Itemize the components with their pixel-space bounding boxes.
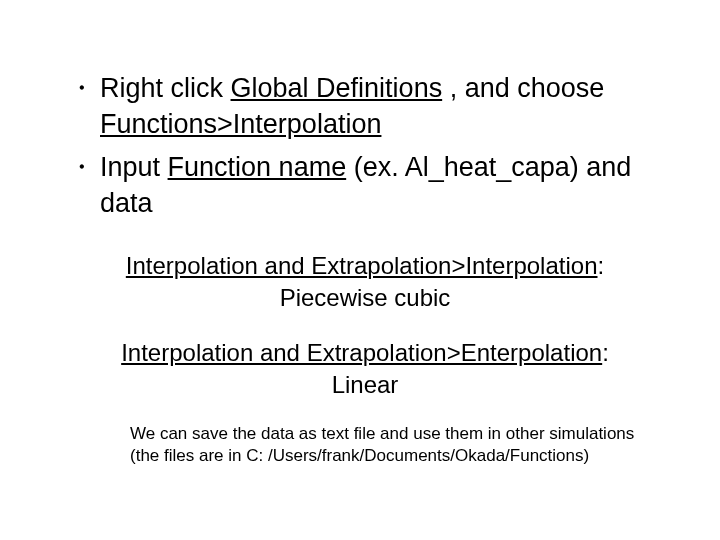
note-line-1: We can save the data as text file and us…: [130, 424, 634, 443]
bullet-list: Right click Global Definitions , and cho…: [60, 70, 670, 222]
colon: :: [602, 339, 609, 366]
setting-value: Linear: [332, 371, 399, 398]
setting-extrapolation: Interpolation and Extrapolation>Enterpol…: [60, 337, 670, 402]
text: Right click: [100, 73, 231, 103]
note-line-2: (the files are in C: /Users/frank/Docume…: [130, 446, 589, 465]
setting-interpolation: Interpolation and Extrapolation>Interpol…: [60, 250, 670, 315]
underline-extrap-path: Interpolation and Extrapolation>Enterpol…: [121, 339, 602, 366]
setting-value: Piecewise cubic: [280, 284, 451, 311]
underline-global-definitions: Global Definitions: [231, 73, 443, 103]
underline-functions-interpolation: Functions>Interpolation: [100, 109, 381, 139]
text: , and choose: [442, 73, 604, 103]
bullet-1: Right click Global Definitions , and cho…: [60, 70, 670, 143]
slide: Right click Global Definitions , and cho…: [0, 0, 720, 540]
underline-function-name: Function name: [168, 152, 347, 182]
colon: :: [598, 252, 605, 279]
text: Input: [100, 152, 168, 182]
footnote: We can save the data as text file and us…: [130, 423, 640, 466]
underline-interp-path: Interpolation and Extrapolation>Interpol…: [126, 252, 598, 279]
bullet-2: Input Function name (ex. Al_heat_capa) a…: [60, 149, 670, 222]
